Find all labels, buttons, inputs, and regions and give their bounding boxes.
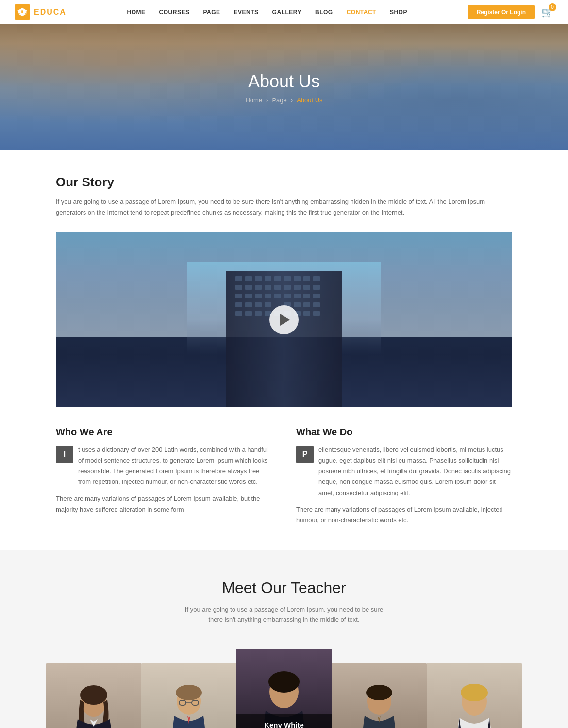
svg-point-61: [366, 685, 392, 700]
what-we-do-dropcap: P: [296, 446, 314, 463]
breadcrumb-current: About Us: [297, 97, 322, 104]
nav-courses[interactable]: COURSES: [159, 9, 190, 16]
svg-rect-27: [294, 294, 301, 298]
svg-rect-46: [313, 311, 320, 316]
what-we-do-extra: There are many variations of passages of…: [296, 504, 512, 526]
nav-contact[interactable]: CONTACT: [347, 9, 376, 16]
teacher-card-featured[interactable]: Keny White Math Teacher f t in: [236, 649, 332, 728]
teacher-card-2[interactable]: [141, 663, 236, 728]
logo-icon: [15, 4, 30, 20]
breadcrumb-page[interactable]: Page: [272, 97, 286, 104]
svg-rect-16: [274, 285, 281, 290]
two-column-section: Who We Are I t uses a dictionary of over…: [56, 427, 512, 526]
teacher-photo-5: [427, 663, 522, 728]
who-we-are-dropcap: I: [56, 446, 73, 463]
svg-rect-33: [265, 302, 271, 307]
svg-rect-6: [265, 276, 271, 281]
teachers-section: Meet Our Teacher If you are going to use…: [0, 550, 568, 728]
breadcrumb: Home › Page › About Us: [245, 97, 322, 104]
breadcrumb-sep2: ›: [291, 97, 293, 104]
svg-rect-8: [284, 276, 291, 281]
hero-section: About Us Home › Page › About Us: [0, 24, 568, 150]
play-button[interactable]: [269, 305, 299, 334]
svg-rect-15: [265, 285, 271, 290]
breadcrumb-home[interactable]: Home: [245, 97, 262, 104]
svg-rect-35: [294, 302, 301, 307]
svg-rect-26: [284, 294, 291, 298]
svg-rect-31: [245, 302, 252, 307]
svg-rect-29: [313, 294, 320, 298]
nav-blog[interactable]: BLOG: [315, 9, 333, 16]
svg-point-49: [80, 685, 107, 705]
svg-rect-19: [303, 285, 310, 290]
svg-rect-38: [235, 311, 242, 316]
svg-rect-11: [313, 276, 320, 281]
svg-rect-4: [245, 276, 252, 281]
svg-rect-12: [235, 285, 242, 290]
navbar: EDUCA HOME COURSES PAGE EVENTS GALLERY B…: [0, 0, 568, 24]
svg-rect-14: [255, 285, 262, 290]
who-we-are-title: Who We Are: [56, 427, 272, 438]
teacher-card-1[interactable]: [46, 663, 141, 728]
svg-rect-36: [303, 302, 310, 307]
register-login-button[interactable]: Register Or Login: [468, 5, 535, 19]
teacher-card-4[interactable]: [332, 663, 427, 728]
who-we-are-content: I t uses a dictionary of over 200 Latin …: [56, 445, 272, 487]
video-container[interactable]: [56, 232, 512, 407]
svg-rect-28: [303, 294, 310, 298]
svg-rect-10: [303, 276, 310, 281]
teacher-person-2: [141, 663, 236, 728]
teacher-person-5: [427, 663, 522, 728]
hero-title: About Us: [248, 71, 320, 92]
nav-links: HOME COURSES PAGE EVENTS GALLERY BLOG CO…: [127, 9, 407, 16]
svg-point-64: [461, 684, 488, 701]
featured-teacher-name: Keny White: [243, 721, 325, 728]
what-we-do-title: What We Do: [296, 427, 512, 438]
breadcrumb-sep1: ›: [266, 97, 268, 104]
main-content: Our Story If you are going to use a pass…: [46, 150, 522, 526]
svg-rect-32: [255, 302, 262, 307]
cart-badge: 0: [549, 3, 556, 11]
building-svg: [187, 262, 381, 407]
nav-events[interactable]: EVENTS: [234, 9, 259, 16]
teacher-card-5[interactable]: [427, 663, 522, 728]
what-we-do-col: What We Do P ellentesque venenatis, libe…: [296, 427, 512, 526]
svg-rect-3: [235, 276, 242, 281]
svg-rect-7: [274, 276, 281, 281]
who-we-are-col: Who We Are I t uses a dictionary of over…: [56, 427, 272, 526]
nav-shop[interactable]: SHOP: [390, 9, 407, 16]
svg-rect-21: [235, 294, 242, 298]
teacher-overlay-featured: Keny White Math Teacher f t in: [236, 714, 332, 728]
svg-rect-0: [21, 10, 23, 13]
teachers-row: Keny White Math Teacher f t in: [46, 649, 522, 728]
navbar-right: Register Or Login 🛒 0: [468, 5, 553, 19]
who-we-are-text: t uses a dictionary of over 200 Latin wo…: [78, 445, 272, 487]
svg-rect-39: [245, 311, 252, 316]
what-we-do-text: ellentesque venenatis, libero vel euismo…: [318, 445, 512, 498]
what-we-do-content: P ellentesque venenatis, libero vel euis…: [296, 445, 512, 498]
teachers-description: If you are going to use a passage of Lor…: [182, 605, 386, 625]
play-triangle-icon: [280, 314, 290, 326]
svg-rect-22: [245, 294, 252, 298]
svg-rect-24: [265, 294, 271, 298]
svg-point-52: [176, 685, 202, 700]
our-story-text: If you are going to use a passage of Lor…: [56, 197, 512, 218]
cart-icon[interactable]: 🛒 0: [541, 6, 553, 18]
teachers-title: Meet Our Teacher: [10, 579, 558, 597]
teacher-photo-1: [46, 663, 141, 728]
nav-page[interactable]: PAGE: [203, 9, 220, 16]
svg-rect-18: [294, 285, 301, 290]
teacher-photo-2: [141, 663, 236, 728]
nav-home[interactable]: HOME: [127, 9, 146, 16]
logo[interactable]: EDUCA: [15, 4, 67, 20]
svg-rect-25: [274, 294, 281, 298]
svg-rect-20: [313, 285, 320, 290]
svg-rect-2: [226, 271, 342, 407]
teacher-photo-4: [332, 663, 427, 728]
svg-rect-30: [235, 302, 242, 307]
svg-rect-40: [255, 311, 262, 316]
svg-rect-13: [245, 285, 252, 290]
svg-rect-9: [294, 276, 301, 281]
nav-gallery[interactable]: GALLERY: [272, 9, 301, 16]
svg-rect-5: [255, 276, 262, 281]
